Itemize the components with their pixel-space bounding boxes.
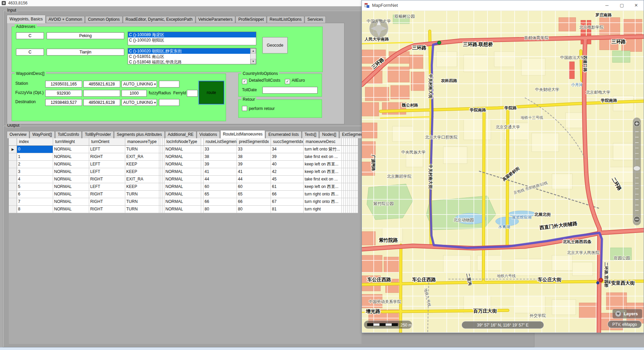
output-tab-6[interactable]: Violations [197,131,220,138]
grid-cell[interactable]: TURN [125,198,159,206]
ferryid-field[interactable] [187,90,198,97]
output-tab-11[interactable]: ExtSegments [339,131,361,138]
grid-cell[interactable] [356,183,358,191]
grid-cell[interactable]: 3 [17,168,53,176]
fuzzyvia-y-field[interactable] [83,90,120,97]
grid-cell[interactable]: keep left on 西直... [304,183,342,191]
grid-cell[interactable]: 2 [17,161,53,168]
input-tab-6[interactable]: ResultListOptions [267,16,304,23]
grid-cell[interactable] [356,198,358,206]
grid-cell[interactable]: 5 [17,183,53,191]
city-field-2[interactable] [47,49,124,55]
grid-cell[interactable] [201,198,204,206]
geocode-result-list-1[interactable]: C ()-100089 海淀区C ()-100020 朝阳区 [128,32,256,45]
grid-cell[interactable]: KEEP [125,168,159,176]
listbox-vertical-scrollbar[interactable]: ▲ ▼ [250,48,256,64]
grid-cell[interactable]: RIGHT [89,153,125,161]
grid-cell[interactable]: take first exit on ... [304,176,342,183]
grid-cell[interactable]: 0 [17,146,53,153]
output-tab-4[interactable]: Segments plus Attributes [114,131,165,138]
grid-cell[interactable]: 6 [17,191,53,198]
grid-cell[interactable]: 60 [204,183,237,191]
grid-cell[interactable]: NORMAL [164,206,201,213]
grid-cell[interactable]: 65 [204,191,237,198]
grid-row-header[interactable]: ▶ [9,146,17,153]
grid-cell[interactable]: 33 [204,146,237,153]
grid-cell[interactable]: NORMAL [53,206,89,213]
grid-cell[interactable]: 33 [237,146,271,153]
grid-cell[interactable] [356,146,358,153]
grid-cell[interactable]: 44 [204,176,237,183]
output-tab-8[interactable]: Enumerated lists [265,131,301,138]
grid-cell[interactable]: TURN [125,206,159,213]
grid-cell[interactable]: 81 [271,206,304,213]
grid-cell[interactable]: NORMAL [53,153,89,161]
zoom-slider[interactable] [633,117,641,225]
grid-column-header[interactable]: turnWeight [53,138,89,146]
grid-cell[interactable] [356,206,358,213]
grid-column-header[interactable]: turnOrient [89,138,125,146]
grid-cell[interactable] [356,176,358,183]
grid-cell[interactable]: 66 [204,198,237,206]
grid-cell[interactable]: NORMAL [53,198,89,206]
grid-cell[interactable]: 40 [271,161,304,168]
grid-cell[interactable]: 67 [271,198,304,206]
grid-cell[interactable]: RIGHT [89,176,125,183]
grid-cell[interactable]: LEFT [89,183,125,191]
input-tab-7[interactable]: Services [305,16,326,23]
perform-retour-option[interactable]: perform retour [242,106,275,111]
fuzzy-radius-field[interactable] [122,90,147,97]
grid-cell[interactable]: NORMAL [164,146,201,153]
geocode-result-item[interactable]: C ()-518048 福田区,华强北路 [128,59,256,64]
grid-row-header[interactable] [9,183,17,191]
grid-cell[interactable]: TURN [125,191,159,198]
map-canvas[interactable]: 中国人民大学双榆树公园人民大学南路三环路三环路三环路.联想桥三环路罗庄南路北京电… [362,11,644,333]
grid-cell[interactable]: EXIT_RA [125,153,159,161]
grid-cell[interactable]: NORMAL [53,146,89,153]
grid-cell[interactable]: NORMAL [53,161,89,168]
scroll-down-icon[interactable]: ▼ [251,59,256,64]
fuzzyvia-x-field[interactable] [45,90,82,97]
grid-cell[interactable] [201,176,204,183]
grid-cell[interactable]: NORMAL [53,168,89,176]
grid-cell[interactable]: 41 [237,168,271,176]
input-tab-0[interactable]: Waypoints, Basics [7,15,46,23]
country-field-2[interactable] [16,49,44,55]
tolldate-field[interactable] [262,87,318,94]
grid-cell[interactable]: 38 [204,153,237,161]
close-button[interactable]: ✕ [629,0,643,10]
grid-cell[interactable]: keep left on 西直... [304,161,342,168]
grid-cell[interactable]: EXIT_RA [125,176,159,183]
grid-cell[interactable]: NORMAL [53,191,89,198]
detailed-tollcosts-option[interactable]: DetailedTollCosts [242,78,280,84]
grid-column-header[interactable]: routeListSegmentId [204,138,237,146]
grid-cell[interactable]: LEFT [89,168,125,176]
station-x-field[interactable] [45,81,82,88]
output-tab-1[interactable]: WayPoint[] [30,131,55,138]
grid-cell[interactable] [356,161,358,168]
grid-cell[interactable]: 34 [271,146,304,153]
grid-cell[interactable] [201,183,204,191]
grid-cell[interactable]: keep left on 西直... [304,168,342,176]
grid-row-header[interactable] [9,206,17,213]
grid-column-header[interactable]: manoeuvreType [125,138,159,146]
detailed-tollcosts-checkbox[interactable] [242,79,247,84]
station-y-field[interactable] [83,81,120,88]
map-window-titlebar[interactable]: MapFormNet ─ ▢ ✕ [362,0,644,11]
destination-extra-field[interactable] [159,99,179,106]
grid-cell[interactable]: 80 [237,206,271,213]
station-extra-field[interactable] [159,81,179,88]
destination-x-field[interactable] [45,99,82,106]
grid-cell[interactable]: turn right onto 西... [304,191,342,198]
grid-cell[interactable]: RIGHT [89,206,125,213]
grid-cell[interactable]: 1 [17,153,53,161]
grid-cell[interactable]: NORMAL [53,176,89,183]
grid-cell[interactable]: turn right onto 西... [304,198,342,206]
grid-cell[interactable]: turn left onto 紫竹... [304,146,342,153]
grid-cell[interactable]: 42 [271,168,304,176]
grid-cell[interactable]: take first exit on ... [304,153,342,161]
output-tab-2[interactable]: TollCostInfo [55,131,82,138]
geocode-result-item[interactable]: C ()-518051 南山区 [128,54,256,59]
grid-header-cell[interactable] [201,138,204,146]
geocode-result-item[interactable]: C ()-100089 海淀区 [128,32,256,37]
